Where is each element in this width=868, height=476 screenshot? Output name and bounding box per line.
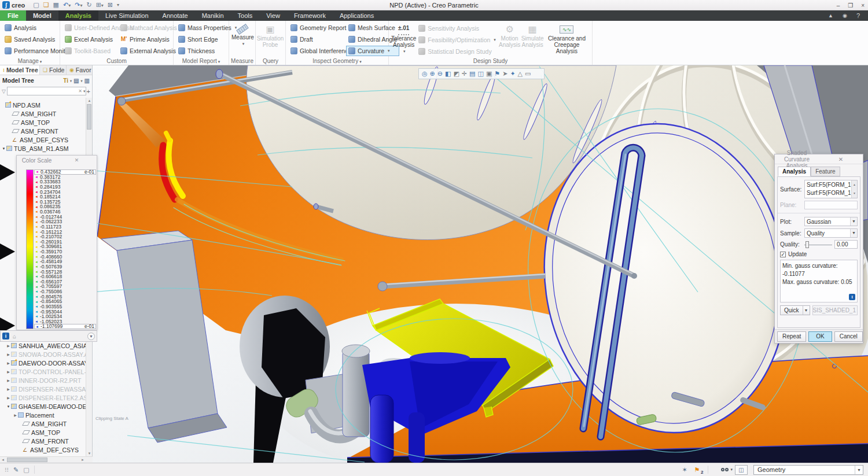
undo-icon[interactable]: ↶▾ [63, 1, 71, 9]
model-box-icon[interactable]: ▢ [23, 466, 29, 474]
tree-item[interactable]: ▶INNER-DOOR-R2.PRT [0, 376, 86, 385]
external-analysis-button[interactable]: External Analysis [118, 46, 179, 56]
scroll-down-icon[interactable]: ▼ [86, 451, 93, 456]
customize-qat-icon[interactable]: ▾ [117, 2, 119, 8]
info-icon[interactable]: i [2, 333, 9, 340]
analysis-name-field[interactable]: ANALYSIS_SHADED_1 [812, 305, 858, 315]
close-icon[interactable]: ✕ [57, 157, 97, 163]
tab-feature[interactable]: Feature [811, 167, 840, 176]
annotate-icon[interactable]: ✎ [13, 466, 19, 474]
collapse-ribbon-icon[interactable]: ▲ [828, 13, 833, 19]
toolkit-based-button[interactable]: Toolkit-Based [62, 46, 118, 56]
regenerate-icon[interactable]: ↻ [86, 1, 91, 9]
surface-list[interactable]: Surf:F5(FORM_1):TUB Surf:F5(FORM_1):TUB … [804, 180, 858, 198]
perspective-icon[interactable]: △ [518, 69, 523, 79]
tree-item[interactable]: ▶DISPENSER-ELTEK2.ASM [0, 393, 86, 402]
scroll-thumb[interactable] [7, 457, 47, 462]
close-button[interactable]: × [861, 2, 865, 9]
chevron-down-icon[interactable]: ▼ [850, 217, 857, 226]
tab-analysis[interactable]: Analysis [778, 167, 811, 176]
statistical-design-study-button[interactable]: Statistical Design Study [416, 46, 498, 57]
scroll-up-icon[interactable]: ▲ [86, 98, 93, 104]
tree-item[interactable]: ▶Placement [0, 411, 86, 419]
simulation-probe-button[interactable]: ▣ Simulation Probe [258, 23, 282, 48]
inspect-geometry-group-label[interactable]: Inspect Geometry▾ [286, 57, 388, 65]
tab-annotate[interactable]: Annotate [156, 10, 195, 21]
spin-center-icon[interactable]: ✦ [510, 69, 515, 79]
surface-item[interactable]: Surf:F5(FORM_1):TUB [807, 181, 851, 189]
tree-item[interactable]: ASM_RIGHT [0, 419, 86, 428]
scale-value[interactable]: -1.107699 [41, 324, 62, 329]
scale-value[interactable]: 0.432662 [41, 169, 61, 175]
tab-model-tree[interactable]: ⁝Model Tree [0, 65, 40, 75]
draft-button[interactable]: Draft [288, 34, 346, 45]
slider-thumb[interactable] [806, 241, 809, 248]
filter-add-icon[interactable]: + [87, 88, 90, 95]
close-icon[interactable]: ✕ [819, 156, 863, 163]
list-scrollbar[interactable]: ▲▼ [851, 180, 857, 198]
excel-analysis-button[interactable]: Excel Analysis [62, 34, 118, 45]
chevron-down-icon[interactable]: ▼ [87, 333, 95, 340]
selection-filter-combo[interactable]: Geometry ▼ [753, 465, 863, 475]
tab-tools[interactable]: Tools [231, 10, 260, 21]
refit-icon[interactable]: ◎ [422, 69, 428, 79]
tab-model[interactable]: Model [26, 10, 58, 21]
tab-analysis[interactable]: Analysis [58, 10, 98, 21]
new-file-icon[interactable]: ▢ [33, 1, 39, 9]
tab-favorites[interactable]: ◉Favor [67, 65, 92, 75]
tree-horizontal-scrollbar[interactable]: ◄ ► [0, 456, 93, 463]
user-defined-analysis-button[interactable]: User-Defined Analysis [62, 23, 118, 33]
tab-folder-browser[interactable]: ❏Folde [40, 65, 67, 75]
regenerate-status-icon[interactable]: ✶ [682, 466, 687, 474]
sample-select[interactable]: Quality▼ [804, 228, 858, 238]
window-display-icon[interactable]: ▭ [525, 69, 531, 79]
simulate-analysis-button[interactable]: ▦ Simulate Analysis [521, 23, 544, 48]
tab-manikin[interactable]: Manikin [195, 10, 231, 21]
tab-framework[interactable]: Framework [287, 10, 333, 21]
3d-model-canvas[interactable] [93, 65, 868, 463]
quality-slider[interactable] [804, 241, 832, 249]
graphics-area[interactable]: ◎ ⊕ ⊖ ◧ ◩ ✛ ▤ ◫ ▣ ⚑ ➤ ✦ △ ▭ Clipping Sta… [93, 65, 868, 463]
tree-item[interactable]: ASM_FRONT [0, 437, 86, 445]
home-icon[interactable]: ⌂ [13, 333, 16, 340]
close-window-icon[interactable]: ⊠ [108, 1, 113, 9]
notifications-flag-icon[interactable]: ⚑2 [694, 466, 700, 474]
tree-item[interactable]: ▶▲DAEWOO-DOOR-ASSAY.AS [0, 359, 86, 367]
tree-filter-input[interactable] [7, 87, 86, 95]
saved-orientations-icon[interactable]: ▤ [469, 69, 475, 79]
search-dropdown-icon[interactable]: ▾ [730, 467, 733, 472]
zoom-out-icon[interactable]: ⊖ [437, 69, 443, 79]
tolerance-analysis-button[interactable]: ±.01 Tolerance Analysis▾ [391, 23, 416, 54]
save-icon[interactable]: ▦ [53, 1, 59, 9]
select-box-icon[interactable]: ◫ [735, 465, 748, 475]
filter-dropdown-icon[interactable]: ▾ [83, 89, 86, 94]
mathcad-analysis-button[interactable]: Mathcad Analysis [118, 23, 179, 33]
datum-display-icon[interactable]: ⚑ [494, 69, 500, 79]
prime-analysis-button[interactable]: M'Prime Analysis [118, 34, 179, 45]
search-icon[interactable] [721, 468, 729, 471]
presence-icon[interactable]: ◉ [843, 13, 847, 19]
tab-view[interactable]: View [259, 10, 287, 21]
ok-button[interactable]: OK [808, 331, 832, 342]
restore-button[interactable]: ❐ [848, 2, 853, 9]
tree-columns-icon[interactable]: ▥ [84, 78, 90, 84]
shading-style-icon[interactable]: ◩ [453, 69, 459, 79]
chevron-down-icon[interactable]: ▼ [803, 306, 810, 315]
cancel-button[interactable]: Cancel [834, 331, 863, 342]
tree-item[interactable]: ▶DISPENSER-NEWASSAY.ASM [0, 385, 86, 393]
tree-item[interactable]: ∠ASM_DEF_CSYS [0, 135, 86, 144]
tree-item[interactable]: ∠ASM_DEF_CSYS [0, 445, 86, 454]
chevron-down-icon[interactable]: ▼ [855, 466, 863, 474]
update-checkbox[interactable]: ✓ [780, 252, 786, 257]
open-file-icon[interactable]: ❏ [43, 1, 49, 9]
tree-display-settings-icon[interactable]: Ti [63, 78, 68, 84]
measure-button[interactable]: Measure▾ [231, 23, 254, 47]
tree-item[interactable]: ▶TOP-CONTROL-PANEL-ASSAY [0, 367, 86, 376]
tree-list-icon[interactable]: ▤ [73, 78, 79, 84]
filter-clear-icon[interactable]: ✕ [78, 88, 82, 94]
selection-buffer-icon[interactable]: ⁝⁝ [5, 466, 9, 474]
tree-item[interactable]: ▼TUB_ASM_R1.ASM [0, 144, 86, 153]
repeat-button[interactable]: Repeat [777, 331, 806, 342]
tree-item[interactable]: ▲NPD.ASM [0, 101, 86, 109]
sensitivity-analysis-button[interactable]: Sensitivity Analysis [416, 23, 498, 34]
